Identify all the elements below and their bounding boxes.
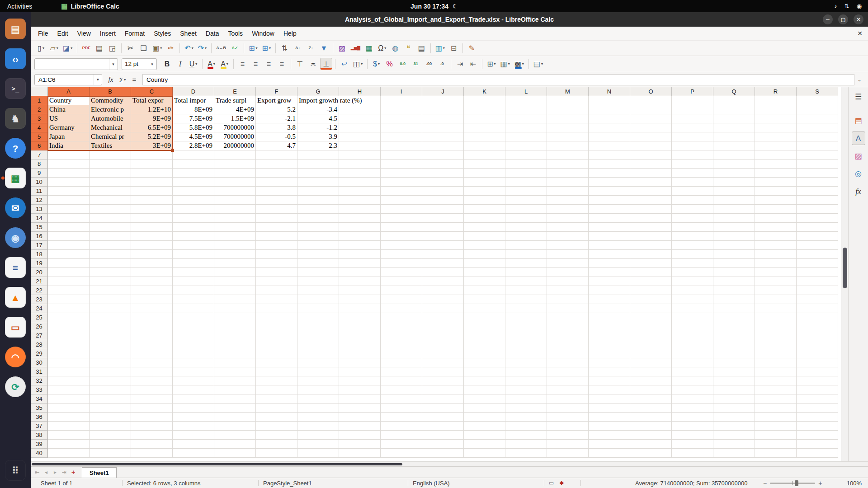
- cell-C6[interactable]: 3E+09: [131, 141, 173, 150]
- cell-P14[interactable]: [672, 214, 713, 223]
- cell-J39[interactable]: [422, 440, 464, 449]
- cell-J2[interactable]: [422, 105, 464, 114]
- cell-N20[interactable]: [589, 268, 630, 277]
- cell-C38[interactable]: [131, 431, 173, 440]
- cell-G13[interactable]: [297, 205, 339, 214]
- cell-Q36[interactable]: [713, 413, 755, 422]
- cell-Q5[interactable]: [713, 132, 755, 141]
- cell-J10[interactable]: [422, 178, 464, 187]
- cell-D25[interactable]: [173, 313, 214, 322]
- cell-G35[interactable]: [297, 404, 339, 413]
- cell-A35[interactable]: [48, 404, 90, 413]
- cell-D13[interactable]: [173, 205, 214, 214]
- cell-C40[interactable]: [131, 449, 173, 458]
- cell-S14[interactable]: [797, 214, 838, 223]
- cell-O38[interactable]: [630, 431, 672, 440]
- cell-N8[interactable]: [589, 160, 630, 169]
- cell-R31[interactable]: [755, 367, 797, 376]
- cell-E37[interactable]: [214, 422, 256, 431]
- cell-L37[interactable]: [505, 422, 547, 431]
- cell-M5[interactable]: [547, 132, 589, 141]
- cell-B21[interactable]: [90, 277, 131, 286]
- cell-M7[interactable]: [547, 150, 589, 160]
- cell-B3[interactable]: Automobile: [90, 114, 131, 123]
- cell-S20[interactable]: [797, 268, 838, 277]
- cell-J16[interactable]: [422, 232, 464, 241]
- cell-K28[interactable]: [464, 340, 505, 349]
- cell-E27[interactable]: [214, 331, 256, 340]
- cell-E16[interactable]: [214, 232, 256, 241]
- cell-G31[interactable]: [297, 367, 339, 376]
- copy-button[interactable]: ❏: [137, 42, 150, 54]
- cell-D8[interactable]: [173, 160, 214, 169]
- cell-C17[interactable]: [131, 241, 173, 250]
- dock-item-vlc[interactable]: ▲: [0, 284, 31, 310]
- cell-M11[interactable]: [547, 187, 589, 196]
- cell-F40[interactable]: [256, 449, 297, 458]
- cell-P3[interactable]: [672, 114, 713, 123]
- cell-A19[interactable]: [48, 259, 90, 268]
- cell-O6[interactable]: [630, 141, 672, 150]
- cell-B34[interactable]: [90, 394, 131, 404]
- row-header-4[interactable]: 4: [31, 123, 48, 132]
- cell-O7[interactable]: [630, 150, 672, 160]
- dock-item-chromium[interactable]: ◉: [0, 225, 31, 251]
- cell-B4[interactable]: Mechanical: [90, 123, 131, 132]
- cell-O33[interactable]: [630, 385, 672, 394]
- cell-N10[interactable]: [589, 178, 630, 187]
- cell-D11[interactable]: [173, 187, 214, 196]
- cell-A12[interactable]: [48, 196, 90, 205]
- cell-N37[interactable]: [589, 422, 630, 431]
- cell-I36[interactable]: [381, 413, 422, 422]
- cell-I9[interactable]: [381, 169, 422, 178]
- cell-H28[interactable]: [339, 340, 381, 349]
- cell-G9[interactable]: [297, 169, 339, 178]
- cell-N39[interactable]: [589, 440, 630, 449]
- cell-K3[interactable]: [464, 114, 505, 123]
- column-header-E[interactable]: E: [214, 87, 256, 96]
- cell-M8[interactable]: [547, 160, 589, 169]
- cell-C22[interactable]: [131, 286, 173, 295]
- cell-H34[interactable]: [339, 394, 381, 404]
- cell-N25[interactable]: [589, 313, 630, 322]
- cell-D20[interactable]: [173, 268, 214, 277]
- menu-insert[interactable]: Insert: [95, 28, 120, 39]
- cell-N34[interactable]: [589, 394, 630, 404]
- dock-item-help[interactable]: ?: [0, 135, 31, 161]
- cell-Q23[interactable]: [713, 295, 755, 304]
- cell-D5[interactable]: 4.5E+09: [173, 132, 214, 141]
- cell-O10[interactable]: [630, 178, 672, 187]
- cell-P12[interactable]: [672, 196, 713, 205]
- cell-O30[interactable]: [630, 358, 672, 367]
- cell-I12[interactable]: [381, 196, 422, 205]
- cell-A29[interactable]: [48, 349, 90, 358]
- volume-icon[interactable]: ♪: [834, 3, 837, 9]
- cell-A8[interactable]: [48, 160, 90, 169]
- cell-R4[interactable]: [755, 123, 797, 132]
- cell-O17[interactable]: [630, 241, 672, 250]
- cell-G17[interactable]: [297, 241, 339, 250]
- menu-edit[interactable]: Edit: [53, 28, 73, 39]
- row-header-18[interactable]: 18: [31, 250, 48, 259]
- cell-J38[interactable]: [422, 431, 464, 440]
- conditional-formatting-button[interactable]: ▤▾: [532, 58, 545, 70]
- cell-H31[interactable]: [339, 367, 381, 376]
- cell-A21[interactable]: [48, 277, 90, 286]
- sheet-count-status[interactable]: Sheet 1 of 1: [36, 480, 122, 487]
- cell-G19[interactable]: [297, 259, 339, 268]
- cell-P19[interactable]: [672, 259, 713, 268]
- cell-L17[interactable]: [505, 241, 547, 250]
- cell-N24[interactable]: [589, 304, 630, 313]
- cell-A34[interactable]: [48, 394, 90, 404]
- cell-R36[interactable]: [755, 413, 797, 422]
- cell-L26[interactable]: [505, 322, 547, 331]
- format-as-date-button[interactable]: 31: [410, 58, 422, 70]
- cell-M28[interactable]: [547, 340, 589, 349]
- cell-P20[interactable]: [672, 268, 713, 277]
- row-header-16[interactable]: 16: [31, 232, 48, 241]
- cell-J31[interactable]: [422, 367, 464, 376]
- select-all-button[interactable]: [31, 87, 48, 96]
- cell-D29[interactable]: [173, 349, 214, 358]
- menu-tools[interactable]: Tools: [223, 28, 247, 39]
- cell-F34[interactable]: [256, 394, 297, 404]
